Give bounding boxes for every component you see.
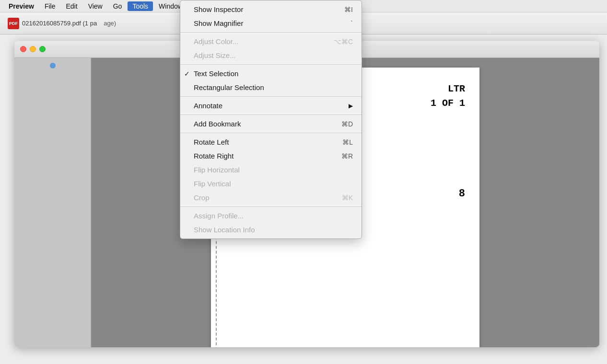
menu-item-show-inspector[interactable]: Show Inspector ⌘I — [180, 2, 362, 16]
menu-item-shortcut: ⌘D — [341, 120, 353, 128]
pdf-1of1: 1 OF 1 — [431, 96, 465, 111]
checkmark-icon: ✓ — [184, 70, 190, 78]
close-button[interactable] — [20, 46, 26, 52]
menu-view[interactable]: View — [83, 1, 107, 11]
menu-section-profile: Assign Profile... Show Location Info — [180, 206, 362, 239]
menu-item-rotate-left[interactable]: Rotate Left ⌘L — [180, 135, 362, 149]
menu-item-adjust-color: Adjust Color... ⌥⌘C — [180, 34, 362, 48]
menu-item-shortcut: ` — [350, 20, 353, 27]
toolbar-filename: 02162016085759.pdf (1 pa — [22, 20, 97, 27]
menu-item-flip-vertical: Flip Vertical — [180, 177, 362, 191]
menu-item-shortcut: ⌘R — [341, 152, 353, 160]
menu-item-label: Annotate — [194, 102, 222, 110]
menu-item-rotate-right[interactable]: Rotate Right ⌘R — [180, 149, 362, 163]
menu-item-label: Show Inspector — [194, 5, 243, 13]
menu-edit[interactable]: Edit — [61, 1, 82, 11]
menu-item-label: Adjust Size... — [194, 51, 236, 59]
menu-app-name[interactable]: Preview — [4, 1, 39, 11]
menu-item-label: Assign Profile... — [194, 212, 244, 220]
menu-item-label: Rotate Left — [194, 138, 229, 146]
menu-item-shortcut: ⌘I — [344, 6, 353, 13]
menu-item-add-bookmark[interactable]: Add Bookmark ⌘D — [180, 117, 362, 131]
menu-item-label: Add Bookmark — [194, 120, 241, 128]
pdf-icon: PDF — [8, 18, 19, 29]
pdf-ltr: LTR — [431, 82, 465, 96]
menu-section-selection: ✓ Text Selection Rectangular Selection — [180, 64, 362, 96]
minimize-button[interactable] — [30, 46, 36, 52]
ship-to-city-right: 8 — [459, 184, 465, 204]
menu-item-show-location-info: Show Location Info — [180, 223, 362, 237]
menu-item-label: Show Magnifier — [194, 19, 243, 27]
menu-item-label: Adjust Color... — [194, 37, 238, 46]
menu-tools[interactable]: Tools — [128, 1, 153, 11]
menu-item-rectangular-selection[interactable]: Rectangular Selection — [180, 80, 362, 94]
traffic-lights — [20, 46, 46, 52]
menu-item-crop: Crop ⌘K — [180, 191, 362, 205]
menu-item-assign-profile: Assign Profile... — [180, 209, 362, 223]
menu-item-adjust-size: Adjust Size... — [180, 48, 362, 62]
tools-dropdown-menu[interactable]: Show Inspector ⌘I Show Magnifier ` Adjus… — [180, 0, 362, 239]
menu-item-label: Rotate Right — [194, 152, 233, 160]
menu-file[interactable]: File — [40, 1, 60, 11]
menu-item-label: Rectangular Selection — [194, 83, 264, 91]
toolbar-page-info: age) — [104, 20, 116, 27]
menu-item-annotate[interactable]: Annotate ▶ — [180, 99, 362, 113]
menu-section-annotate: Annotate ▶ — [180, 96, 362, 114]
pdf-right-header: LTR 1 OF 1 — [431, 82, 465, 124]
sidebar-dot — [50, 63, 56, 68]
menu-section-transform: Rotate Left ⌘L Rotate Right ⌘R Flip Hori… — [180, 133, 362, 206]
menu-item-flip-horizontal: Flip Horizontal — [180, 163, 362, 177]
menu-item-label: Show Location Info — [194, 226, 255, 234]
submenu-arrow-icon: ▶ — [349, 102, 353, 109]
menu-item-label: Text Selection — [194, 69, 238, 78]
menu-go[interactable]: Go — [108, 1, 127, 11]
menu-item-label: Crop — [194, 193, 210, 202]
maximize-button[interactable] — [39, 46, 46, 52]
menu-item-label: Flip Vertical — [194, 180, 231, 188]
menu-section-inspect: Show Inspector ⌘I Show Magnifier ` — [180, 0, 362, 32]
menu-section-adjust: Adjust Color... ⌥⌘C Adjust Size... — [180, 32, 362, 64]
sidebar — [14, 58, 91, 347]
menu-section-bookmark: Add Bookmark ⌘D — [180, 114, 362, 133]
menu-item-shortcut: ⌘K — [342, 194, 353, 202]
menu-item-label: Flip Horizontal — [194, 166, 240, 174]
menu-item-show-magnifier[interactable]: Show Magnifier ` — [180, 16, 362, 30]
menu-item-text-selection[interactable]: ✓ Text Selection — [180, 67, 362, 80]
menu-item-shortcut: ⌘L — [342, 138, 353, 146]
menu-item-shortcut: ⌥⌘C — [334, 38, 353, 46]
